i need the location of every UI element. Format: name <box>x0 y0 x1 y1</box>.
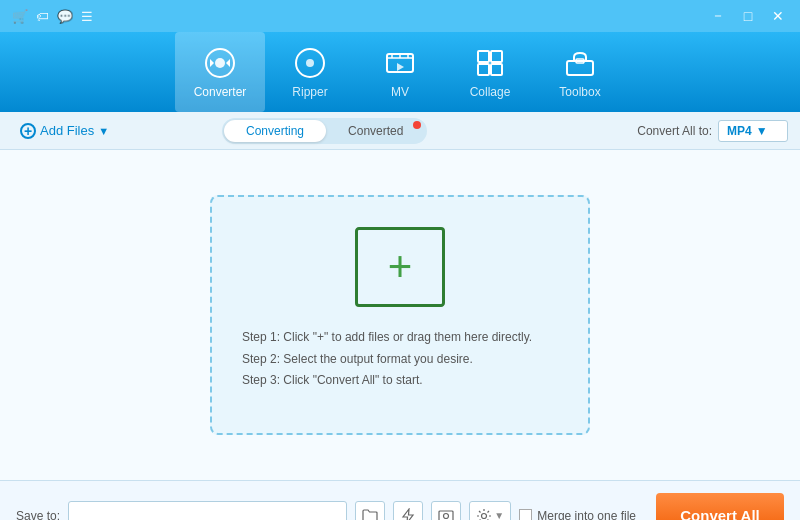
tab-group: Converting Converted <box>222 118 427 144</box>
save-to-label: Save to: <box>16 509 60 521</box>
merge-label: Merge into one file <box>537 509 636 521</box>
tag-icon[interactable]: 🏷 <box>36 9 49 24</box>
quick-convert-button[interactable] <box>393 501 423 521</box>
format-value: MP4 <box>727 124 752 138</box>
plus-icon: + <box>388 246 413 288</box>
browse-folder-button[interactable] <box>355 501 385 521</box>
add-files-dropdown-arrow[interactable]: ▼ <box>98 125 109 137</box>
screen-capture-button[interactable] <box>431 501 461 521</box>
svg-point-3 <box>306 59 314 67</box>
tab-converting[interactable]: Converting <box>224 120 326 142</box>
converter-icon <box>202 45 238 81</box>
close-button[interactable]: ✕ <box>764 2 792 30</box>
svg-point-1 <box>215 58 225 68</box>
add-files-icon: + <box>20 123 36 139</box>
nav-item-converter[interactable]: Converter <box>175 32 265 112</box>
converted-badge <box>413 121 421 129</box>
svg-rect-8 <box>491 64 502 75</box>
step-instructions: Step 1: Click "+" to add files or drag t… <box>232 327 568 392</box>
nav-label-ripper: Ripper <box>292 85 327 99</box>
convert-all-button[interactable]: Convert All <box>656 493 784 521</box>
tab-converted[interactable]: Converted <box>326 120 425 142</box>
format-dropdown-arrow: ▼ <box>756 124 768 138</box>
nav-label-converter: Converter <box>194 85 247 99</box>
toolbox-icon <box>562 45 598 81</box>
svg-point-13 <box>482 513 487 518</box>
toolbar: + Add Files ▼ Converting Converted Conve… <box>0 112 800 150</box>
nav-bar: Converter Ripper MV <box>0 32 800 112</box>
main-content: + Step 1: Click "+" to add files or drag… <box>0 150 800 480</box>
title-bar: 🛒 🏷 💬 ☰ － □ ✕ <box>0 0 800 32</box>
nav-item-toolbox[interactable]: Toolbox <box>535 32 625 112</box>
nav-item-ripper[interactable]: Ripper <box>265 32 355 112</box>
mv-icon <box>382 45 418 81</box>
settings-button[interactable]: ▼ <box>469 501 511 521</box>
step-2-text: Step 2: Select the output format you des… <box>242 349 568 371</box>
save-path-input[interactable] <box>68 501 347 521</box>
merge-checkbox[interactable] <box>519 509 532 520</box>
menu-icon[interactable]: ☰ <box>81 9 93 24</box>
minimize-button[interactable]: － <box>704 2 732 30</box>
svg-rect-5 <box>478 51 489 62</box>
cart-icon[interactable]: 🛒 <box>12 9 28 24</box>
lightning-icon <box>401 508 415 521</box>
step-1-text: Step 1: Click "+" to add files or drag t… <box>242 327 568 349</box>
svg-rect-7 <box>478 64 489 75</box>
screen-icon <box>438 508 454 521</box>
maximize-button[interactable]: □ <box>734 2 762 30</box>
chat-icon[interactable]: 💬 <box>57 9 73 24</box>
step-3-text: Step 3: Click "Convert All" to start. <box>242 370 568 392</box>
nav-item-mv[interactable]: MV <box>355 32 445 112</box>
format-select[interactable]: MP4 ▼ <box>718 120 788 142</box>
nav-label-toolbox: Toolbox <box>559 85 600 99</box>
settings-dropdown-arrow: ▼ <box>494 510 504 520</box>
collage-icon <box>472 45 508 81</box>
ripper-icon <box>292 45 328 81</box>
add-files-label: Add Files <box>40 123 94 138</box>
add-files-button[interactable]: + Add Files ▼ <box>12 119 117 143</box>
merge-checkbox-group: Merge into one file <box>519 509 636 521</box>
nav-label-collage: Collage <box>470 85 511 99</box>
footer: Save to: ▼ Merge into one file Convert A… <box>0 480 800 520</box>
convert-all-to-label: Convert All to: MP4 ▼ <box>637 120 788 142</box>
folder-icon <box>362 509 378 521</box>
svg-point-12 <box>444 513 449 518</box>
nav-label-mv: MV <box>391 85 409 99</box>
drop-zone[interactable]: + Step 1: Click "+" to add files or drag… <box>210 195 590 435</box>
settings-icon <box>476 508 492 521</box>
svg-rect-6 <box>491 51 502 62</box>
nav-item-collage[interactable]: Collage <box>445 32 535 112</box>
add-plus-box[interactable]: + <box>355 227 445 307</box>
